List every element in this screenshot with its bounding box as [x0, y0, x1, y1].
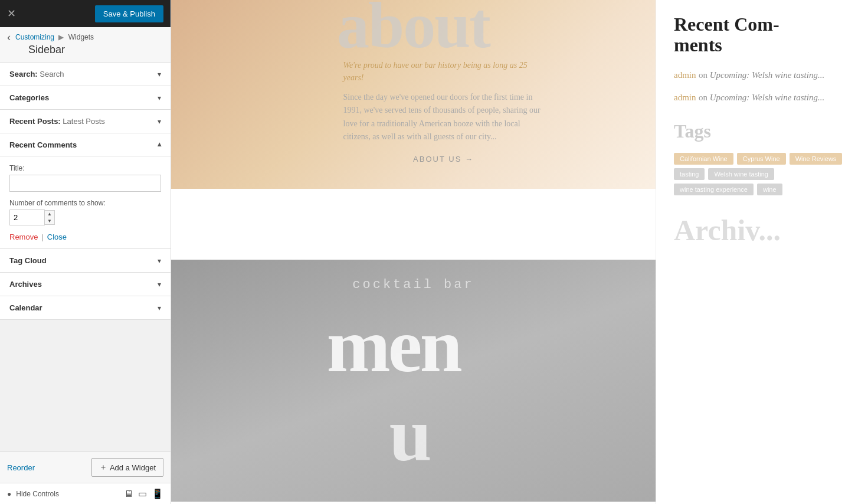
preview-main: about We're proud to have our bar histor…	[171, 0, 656, 504]
breadcrumb-parent-link[interactable]: Customizing	[15, 33, 54, 41]
comments-count-label: Number of comments to show:	[9, 199, 161, 207]
widget-tag-cloud-label: Tag Cloud	[9, 256, 47, 265]
widget-recent-comments-header[interactable]: Recent Comments ▾	[0, 133, 171, 157]
chevron-down-icon: ▾	[158, 257, 161, 265]
recent-comments-widget-title: Recent Com-ments	[674, 14, 850, 55]
cocktail-label: cocktail bar	[352, 277, 474, 292]
desktop-icon[interactable]: 🖥	[124, 489, 133, 499]
separator: |	[41, 233, 43, 241]
chevron-up-icon: ▾	[158, 141, 161, 149]
add-widget-label: Add a Widget	[110, 463, 156, 472]
customizer-top-bar: ✕ Save & Publish	[0, 0, 171, 27]
widget-item-calendar[interactable]: Calendar ▾	[0, 296, 171, 320]
hide-controls-toggle[interactable]: ●	[7, 490, 11, 498]
preview-area: about We're proud to have our bar histor…	[171, 0, 868, 504]
back-button[interactable]: ‹	[7, 32, 11, 42]
about-content: We're proud to have our bar history bein…	[343, 59, 544, 163]
widget-item-archives[interactable]: Archives ▾	[0, 273, 171, 296]
title-field-label: Title:	[9, 164, 161, 172]
widget-calendar-label: Calendar	[9, 303, 42, 312]
widget-recent-posts-label: Recent Posts: Latest Posts	[9, 117, 105, 126]
spinner-up-button[interactable]: ▲	[45, 211, 54, 218]
number-spinners: ▲ ▼	[45, 210, 55, 225]
comment-author-1: admin	[674, 70, 696, 80]
comment-on-1: on	[699, 70, 710, 80]
tags-list: Californian Wine Cyprus Wine Wine Review…	[674, 153, 850, 195]
tag-wine-reviews[interactable]: Wine Reviews	[790, 153, 843, 165]
comment-link-2[interactable]: Upcoming: Welsh wine tasting...	[710, 93, 824, 102]
tag-tasting[interactable]: tasting	[674, 168, 705, 180]
number-input-wrap: ▲ ▼	[9, 210, 161, 225]
tablet-icon[interactable]: ▭	[138, 488, 147, 499]
comment-author-2: admin	[674, 93, 696, 102]
chevron-down-icon: ▾	[158, 94, 161, 102]
customizer-bottom: Reorder ＋ Add a Widget	[0, 451, 171, 483]
breadcrumb: Customizing ▶ Widgets	[15, 33, 94, 41]
hero-about-text: about	[337, 0, 490, 63]
spinner-down-button[interactable]: ▼	[45, 218, 54, 225]
comment-on-2: on	[699, 93, 710, 102]
mobile-icon[interactable]: 📱	[152, 488, 163, 499]
cocktail-bottom-text: u	[389, 390, 430, 478]
preview-sidebar: Recent Com-ments admin on Upcoming: Wels…	[656, 0, 868, 504]
widget-item-recent-posts[interactable]: Recent Posts: Latest Posts ▾	[0, 110, 171, 133]
comment-entry-1: admin on Upcoming: Welsh wine tasting...	[674, 70, 850, 80]
tag-wine[interactable]: wine	[757, 184, 782, 195]
tag-californian-wine[interactable]: Californian Wine	[674, 153, 733, 165]
cocktail-big-text: men	[326, 301, 460, 390]
widget-item-categories[interactable]: Categories ▾	[0, 86, 171, 110]
tag-welsh-wine-tasting[interactable]: Welsh wine tasting	[708, 168, 774, 180]
about-body-text: Since the day we've opened our doors for…	[343, 91, 544, 144]
widget-search-label: Search: Search	[9, 70, 64, 78]
about-us-link[interactable]: ABOUT US →	[343, 155, 544, 163]
recent-comments-list: admin on Upcoming: Welsh wine tasting...…	[674, 70, 850, 103]
close-button[interactable]: ✕	[7, 8, 16, 19]
hide-controls-bar: ● Hide Controls 🖥 ▭ 📱	[0, 483, 171, 504]
chevron-down-icon: ▾	[158, 280, 161, 289]
cocktail-section: cocktail bar men u	[171, 260, 656, 502]
tags-widget-title: Tags	[674, 120, 850, 142]
about-highlight-text: We're proud to have our bar history bein…	[343, 59, 544, 84]
comment-link-1[interactable]: Upcoming: Welsh wine tasting...	[710, 70, 824, 80]
widget-archives-label: Archives	[9, 280, 42, 289]
tag-wine-tasting-experience[interactable]: wine tasting experience	[674, 184, 754, 195]
widget-item-tag-cloud[interactable]: Tag Cloud ▾	[0, 249, 171, 273]
customizer-panel: ✕ Save & Publish ‹ Customizing ▶ Widgets…	[0, 0, 171, 504]
hide-controls-label[interactable]: Hide Controls	[16, 490, 59, 498]
title-input[interactable]	[9, 175, 161, 192]
widget-recent-comments-body: Title: Number of comments to show: ▲ ▼ R…	[0, 157, 171, 248]
widget-categories-label: Categories	[9, 93, 49, 102]
remove-link[interactable]: Remove	[9, 233, 38, 241]
reorder-link[interactable]: Reorder	[7, 463, 35, 472]
tag-cyprus-wine[interactable]: Cyprus Wine	[737, 153, 786, 165]
breadcrumb-child: Widgets	[68, 33, 94, 41]
breadcrumb-area: ‹ Customizing ▶ Widgets Sidebar	[0, 27, 171, 63]
widget-list: Search: Search ▾ Categories ▾ Recent Pos…	[0, 63, 171, 451]
widget-item-recent-comments: Recent Comments ▾ Title: Number of comme…	[0, 133, 171, 249]
comments-count-input[interactable]	[9, 210, 45, 225]
close-link[interactable]: Close	[47, 233, 67, 241]
archives-widget-title: Archiv...	[674, 213, 850, 247]
widget-actions: Remove | Close	[9, 233, 161, 241]
chevron-down-icon: ▾	[158, 117, 161, 126]
panel-title: Sidebar	[7, 42, 163, 62]
save-publish-button[interactable]: Save & Publish	[95, 5, 163, 22]
chevron-down-icon: ▾	[158, 70, 161, 78]
comment-entry-2: admin on Upcoming: Welsh wine tasting...	[674, 92, 850, 103]
chevron-down-icon: ▾	[158, 304, 161, 312]
add-widget-button[interactable]: ＋ Add a Widget	[91, 458, 163, 477]
plus-icon: ＋	[99, 462, 107, 473]
widget-item-search[interactable]: Search: Search ▾	[0, 63, 171, 86]
widget-recent-comments-label: Recent Comments	[9, 140, 77, 149]
